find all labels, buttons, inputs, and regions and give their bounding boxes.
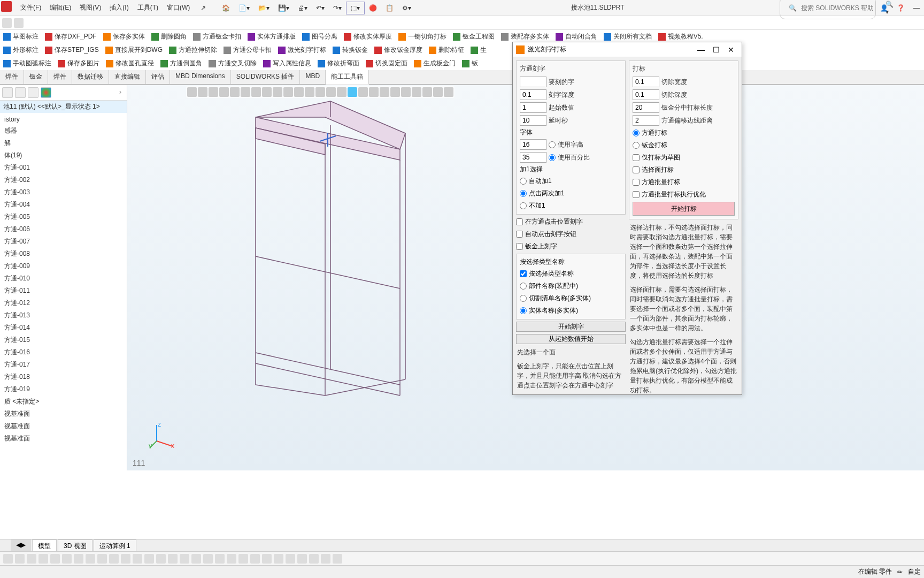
sketch-tool-icon[interactable] <box>109 554 119 564</box>
depth-input[interactable] <box>520 89 546 100</box>
sketch-tool-icon[interactable] <box>86 554 95 564</box>
font-height-radio[interactable] <box>549 141 556 148</box>
tree-item[interactable]: 方通-002 <box>1 174 126 186</box>
minimize-icon[interactable]: — <box>909 2 924 14</box>
font-pct-radio[interactable] <box>549 154 556 161</box>
tree-item[interactable]: 方通-009 <box>1 260 126 272</box>
tool-icon[interactable] <box>14 18 24 28</box>
open-icon[interactable]: 📂▾ <box>254 2 274 14</box>
tree-item[interactable]: 方通-019 <box>1 383 126 396</box>
menu-file[interactable]: 文件(F) <box>16 1 45 14</box>
cut-width-input[interactable] <box>633 77 659 87</box>
tree-item[interactable]: 方通-011 <box>1 285 126 297</box>
cb-batch-opt[interactable] <box>633 191 640 198</box>
sketch-tool-icon[interactable] <box>215 554 225 564</box>
tree-item[interactable]: 方通-015 <box>1 334 126 346</box>
font-height-input[interactable] <box>520 139 546 150</box>
tree-item[interactable]: 质 <未指定> <box>1 396 126 408</box>
ribbon-cmd[interactable]: 方通倒圆角 <box>157 58 205 69</box>
ribbon-cmd[interactable]: 生 <box>467 44 490 56</box>
sketch-tool-icon[interactable] <box>286 554 295 564</box>
add1-auto-radio[interactable] <box>520 178 527 185</box>
sketch-tool-icon[interactable] <box>3 554 13 564</box>
mark-sheet-radio[interactable] <box>633 142 640 149</box>
sketch-tool-icon[interactable] <box>180 554 189 564</box>
startnum-input[interactable] <box>520 102 546 113</box>
tree-item[interactable]: 解 <box>1 137 126 149</box>
redo-icon[interactable]: ↷▾ <box>329 2 346 14</box>
sketch-tool-icon[interactable] <box>297 554 307 564</box>
add1-none-radio[interactable] <box>520 202 527 209</box>
command-tab[interactable]: 焊件 <box>0 70 24 84</box>
sketch-tool-icon[interactable] <box>97 554 107 564</box>
tree-item[interactable]: istory <box>1 114 126 125</box>
sketch-tool-icon[interactable] <box>333 554 342 564</box>
add1-dbl-radio[interactable] <box>520 190 527 197</box>
menu-edit[interactable]: 编辑(E) <box>45 1 75 14</box>
menu-window[interactable]: 窗口(W) <box>163 1 194 14</box>
mark-len-input[interactable] <box>633 102 659 113</box>
sketch-tool-icon[interactable] <box>50 554 60 564</box>
sketch-tool-icon[interactable] <box>203 554 213 564</box>
sketch-tool-icon[interactable] <box>274 554 283 564</box>
tree-item[interactable]: 方通-007 <box>1 235 126 248</box>
tree-item[interactable]: 方通-004 <box>1 199 126 211</box>
cut-depth-input[interactable] <box>633 89 659 100</box>
sketch-tool-icon[interactable] <box>227 554 236 564</box>
tree-item[interactable]: 方通-014 <box>1 322 126 334</box>
delay-input[interactable] <box>520 115 546 126</box>
ribbon-cmd[interactable]: 关闭所有文档 <box>600 31 655 42</box>
sketch-tool-icon[interactable] <box>262 554 272 564</box>
sketch-tool-icon[interactable] <box>144 554 154 564</box>
close-button[interactable]: ✕ <box>723 45 738 54</box>
ribbon-cmd[interactable]: 外形标注 <box>0 44 42 56</box>
sketch-tool-icon[interactable] <box>133 554 142 564</box>
cb-face-mark[interactable] <box>633 166 640 173</box>
rebuild-icon[interactable]: 🔴 <box>365 2 381 14</box>
ribbon-cmd[interactable]: 写入属性信息 <box>260 58 314 69</box>
sketch-tool-icon[interactable] <box>27 554 36 564</box>
ribbon-cmd[interactable]: 手动圆弧标注 <box>0 58 55 69</box>
sketch-tool-icon[interactable] <box>250 554 260 564</box>
start-engrave-button[interactable]: 开始刻字 <box>516 322 626 332</box>
cb-batch-mark[interactable] <box>633 179 640 186</box>
menu-tools[interactable]: 工具(T) <box>133 1 163 14</box>
tree-item[interactable]: 方通-018 <box>1 371 126 383</box>
ribbon-cmd[interactable]: 修改折弯面 <box>314 58 363 69</box>
tree-root[interactable]: 池11 (默认) <<默认>_显示状态 1> <box>0 101 127 113</box>
ribbon-cmd[interactable]: 直接展开到DWG <box>102 44 166 56</box>
tree-item[interactable]: 方通-003 <box>1 186 126 199</box>
undo-icon[interactable]: ↶▾ <box>312 2 329 14</box>
font-pct-input[interactable] <box>520 152 546 163</box>
sketch-tool-icon[interactable] <box>191 554 201 564</box>
user-icon[interactable]: 👤 <box>876 2 892 14</box>
ribbon-cmd[interactable]: 方通交叉切除 <box>205 58 260 69</box>
tree-item[interactable]: 方通-001 <box>1 162 126 174</box>
command-tab[interactable]: 焊件 <box>48 70 72 84</box>
ribbon-cmd[interactable]: 修改实体厚度 <box>341 31 395 42</box>
tree-item[interactable]: 方通-010 <box>1 272 126 285</box>
help-search[interactable]: 🔍 🔍▾ <box>780 0 876 19</box>
sketch-tool-icon[interactable] <box>168 554 178 564</box>
ribbon-cmd[interactable]: 方通公母卡扣 <box>220 44 275 56</box>
save-icon[interactable]: 💾▾ <box>274 2 294 14</box>
ribbon-cmd[interactable]: 钣金工程图 <box>450 31 498 42</box>
sketch-tool-icon[interactable] <box>156 554 166 564</box>
ribbon-cmd[interactable]: 自动闭合角 <box>552 31 600 42</box>
ribbon-cmd[interactable]: 删除圆角 <box>148 31 190 42</box>
sketch-tool-icon[interactable] <box>74 554 83 564</box>
options-icon[interactable]: 📋 <box>381 2 398 14</box>
command-tab[interactable]: 钣金 <box>24 70 48 84</box>
seltype-body-radio[interactable] <box>520 307 527 314</box>
command-tab[interactable]: SOLIDWORKS 插件 <box>231 70 301 84</box>
tree-item[interactable]: 视基准面 <box>1 408 126 420</box>
sketch-tool-icon[interactable] <box>309 554 319 564</box>
command-tab[interactable]: MBD Dimensions <box>170 70 231 84</box>
tree-item[interactable]: 方通-006 <box>1 223 126 235</box>
command-tab[interactable]: 直接编辑 <box>109 70 146 84</box>
ribbon-cmd[interactable]: 钣 <box>459 58 481 69</box>
menu-overflow-icon[interactable]: ↗ <box>196 2 210 14</box>
cb-sheetmetal[interactable] <box>516 243 523 250</box>
tab-model[interactable]: 模型 <box>32 539 57 552</box>
menu-insert[interactable]: 插入(I) <box>105 1 133 14</box>
